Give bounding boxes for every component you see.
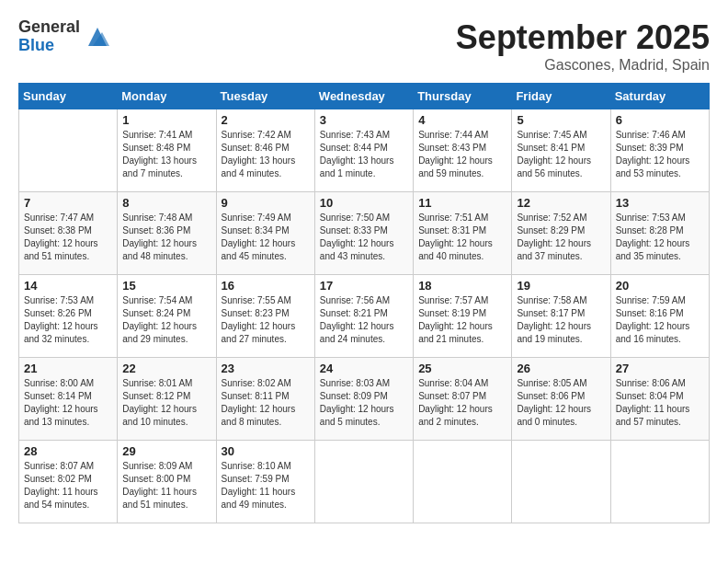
day-cell: 10Sunrise: 7:50 AMSunset: 8:33 PMDayligh… — [314, 192, 413, 275]
day-number: 29 — [122, 444, 210, 458]
day-info: Sunrise: 7:41 AMSunset: 8:48 PMDaylight:… — [122, 129, 210, 180]
header-cell-saturday: Saturday — [610, 84, 709, 109]
location: Gascones, Madrid, Spain — [456, 57, 710, 74]
day-info: Sunrise: 7:50 AMSunset: 8:33 PMDaylight:… — [320, 212, 408, 263]
day-info: Sunrise: 7:49 AMSunset: 8:34 PMDaylight:… — [222, 212, 310, 263]
day-cell: 9Sunrise: 7:49 AMSunset: 8:34 PMDaylight… — [216, 192, 314, 275]
day-number: 2 — [222, 113, 310, 127]
day-info: Sunrise: 7:47 AMSunset: 8:38 PMDaylight:… — [24, 212, 112, 263]
day-cell: 13Sunrise: 7:53 AMSunset: 8:28 PMDayligh… — [610, 192, 709, 275]
day-number: 19 — [517, 279, 605, 293]
day-number: 20 — [616, 279, 704, 293]
day-number: 13 — [616, 196, 704, 210]
day-cell: 7Sunrise: 7:47 AMSunset: 8:38 PMDaylight… — [19, 192, 118, 275]
day-cell: 22Sunrise: 8:01 AMSunset: 8:12 PMDayligh… — [118, 358, 216, 441]
day-number: 8 — [122, 196, 210, 210]
logo-icon — [84, 23, 111, 51]
day-info: Sunrise: 8:09 AMSunset: 8:00 PMDaylight:… — [122, 460, 210, 511]
day-info: Sunrise: 8:03 AMSunset: 8:09 PMDaylight:… — [320, 377, 408, 429]
day-cell: 5Sunrise: 7:45 AMSunset: 8:41 PMDaylight… — [512, 109, 610, 192]
day-cell: 8Sunrise: 7:48 AMSunset: 8:36 PMDaylight… — [118, 192, 216, 275]
day-number: 11 — [418, 196, 506, 210]
day-cell — [414, 441, 512, 523]
day-cell: 23Sunrise: 8:02 AMSunset: 8:11 PMDayligh… — [216, 358, 314, 441]
day-cell: 6Sunrise: 7:46 AMSunset: 8:39 PMDaylight… — [610, 109, 709, 192]
day-number: 30 — [222, 444, 310, 458]
header-cell-thursday: Thursday — [414, 84, 512, 109]
day-cell: 28Sunrise: 8:07 AMSunset: 8:02 PMDayligh… — [19, 441, 118, 523]
day-cell: 16Sunrise: 7:55 AMSunset: 8:23 PMDayligh… — [216, 275, 314, 358]
logo-blue: Blue — [18, 37, 80, 55]
day-info: Sunrise: 7:57 AMSunset: 8:19 PMDaylight:… — [418, 294, 506, 346]
day-number: 15 — [122, 279, 210, 293]
day-cell: 21Sunrise: 8:00 AMSunset: 8:14 PMDayligh… — [19, 358, 118, 441]
header-cell-friday: Friday — [512, 84, 610, 109]
day-number: 3 — [320, 113, 408, 127]
day-number: 26 — [517, 362, 605, 375]
day-cell: 11Sunrise: 7:51 AMSunset: 8:31 PMDayligh… — [414, 192, 512, 275]
day-info: Sunrise: 8:01 AMSunset: 8:12 PMDaylight:… — [122, 377, 210, 429]
day-cell — [19, 109, 118, 192]
day-number: 16 — [222, 279, 310, 293]
day-info: Sunrise: 7:42 AMSunset: 8:46 PMDaylight:… — [222, 129, 310, 180]
page-header: General Blue September 2025 Gascones, Ma… — [18, 18, 710, 74]
day-info: Sunrise: 7:55 AMSunset: 8:23 PMDaylight:… — [222, 294, 310, 346]
day-cell: 29Sunrise: 8:09 AMSunset: 8:00 PMDayligh… — [118, 441, 216, 523]
logo: General Blue — [18, 18, 111, 55]
day-info: Sunrise: 8:04 AMSunset: 8:07 PMDaylight:… — [418, 377, 506, 429]
day-number: 28 — [24, 444, 112, 458]
day-cell — [314, 441, 413, 523]
header-cell-monday: Monday — [118, 84, 216, 109]
day-number: 24 — [320, 362, 408, 375]
day-number: 27 — [616, 362, 704, 375]
day-cell: 27Sunrise: 8:06 AMSunset: 8:04 PMDayligh… — [610, 358, 709, 441]
day-number: 22 — [122, 362, 210, 375]
day-info: Sunrise: 8:02 AMSunset: 8:11 PMDaylight:… — [222, 377, 310, 429]
day-cell — [610, 441, 709, 523]
day-info: Sunrise: 8:00 AMSunset: 8:14 PMDaylight:… — [24, 377, 112, 429]
day-number: 4 — [418, 113, 506, 127]
day-info: Sunrise: 8:05 AMSunset: 8:06 PMDaylight:… — [517, 377, 605, 429]
day-cell: 15Sunrise: 7:54 AMSunset: 8:24 PMDayligh… — [118, 275, 216, 358]
week-row-3: 14Sunrise: 7:53 AMSunset: 8:26 PMDayligh… — [19, 275, 710, 358]
week-row-1: 1Sunrise: 7:41 AMSunset: 8:48 PMDaylight… — [19, 109, 710, 192]
day-number: 21 — [24, 362, 112, 375]
header-cell-tuesday: Tuesday — [216, 84, 314, 109]
day-cell: 1Sunrise: 7:41 AMSunset: 8:48 PMDaylight… — [118, 109, 216, 192]
day-number: 17 — [320, 279, 408, 293]
calendar-table: SundayMondayTuesdayWednesdayThursdayFrid… — [18, 83, 710, 523]
day-cell: 20Sunrise: 7:59 AMSunset: 8:16 PMDayligh… — [610, 275, 709, 358]
week-row-2: 7Sunrise: 7:47 AMSunset: 8:38 PMDaylight… — [19, 192, 710, 275]
day-cell: 19Sunrise: 7:58 AMSunset: 8:17 PMDayligh… — [512, 275, 610, 358]
header-cell-wednesday: Wednesday — [314, 84, 413, 109]
day-number: 23 — [222, 362, 310, 375]
day-info: Sunrise: 7:58 AMSunset: 8:17 PMDaylight:… — [517, 294, 605, 346]
month-title: September 2025 — [456, 18, 710, 57]
day-number: 5 — [517, 113, 605, 127]
day-cell — [512, 441, 610, 523]
day-cell: 14Sunrise: 7:53 AMSunset: 8:26 PMDayligh… — [19, 275, 118, 358]
day-cell: 24Sunrise: 8:03 AMSunset: 8:09 PMDayligh… — [314, 358, 413, 441]
day-cell: 25Sunrise: 8:04 AMSunset: 8:07 PMDayligh… — [414, 358, 512, 441]
day-number: 7 — [24, 196, 112, 210]
day-number: 14 — [24, 279, 112, 293]
day-cell: 4Sunrise: 7:44 AMSunset: 8:43 PMDaylight… — [414, 109, 512, 192]
day-info: Sunrise: 8:07 AMSunset: 8:02 PMDaylight:… — [24, 460, 112, 511]
logo-general: General — [18, 18, 80, 37]
day-cell: 3Sunrise: 7:43 AMSunset: 8:44 PMDaylight… — [314, 109, 413, 192]
day-cell: 12Sunrise: 7:52 AMSunset: 8:29 PMDayligh… — [512, 192, 610, 275]
day-number: 18 — [418, 279, 506, 293]
day-info: Sunrise: 7:59 AMSunset: 8:16 PMDaylight:… — [616, 294, 704, 346]
day-info: Sunrise: 7:51 AMSunset: 8:31 PMDaylight:… — [418, 212, 506, 263]
day-info: Sunrise: 7:53 AMSunset: 8:26 PMDaylight:… — [24, 294, 112, 346]
day-number: 10 — [320, 196, 408, 210]
day-info: Sunrise: 7:43 AMSunset: 8:44 PMDaylight:… — [320, 129, 408, 180]
day-info: Sunrise: 7:52 AMSunset: 8:29 PMDaylight:… — [517, 212, 605, 263]
day-cell: 18Sunrise: 7:57 AMSunset: 8:19 PMDayligh… — [414, 275, 512, 358]
day-cell: 2Sunrise: 7:42 AMSunset: 8:46 PMDaylight… — [216, 109, 314, 192]
day-info: Sunrise: 7:54 AMSunset: 8:24 PMDaylight:… — [122, 294, 210, 346]
day-number: 25 — [418, 362, 506, 375]
day-number: 9 — [222, 196, 310, 210]
day-cell: 30Sunrise: 8:10 AMSunset: 7:59 PMDayligh… — [216, 441, 314, 523]
day-info: Sunrise: 8:06 AMSunset: 8:04 PMDaylight:… — [616, 377, 704, 429]
